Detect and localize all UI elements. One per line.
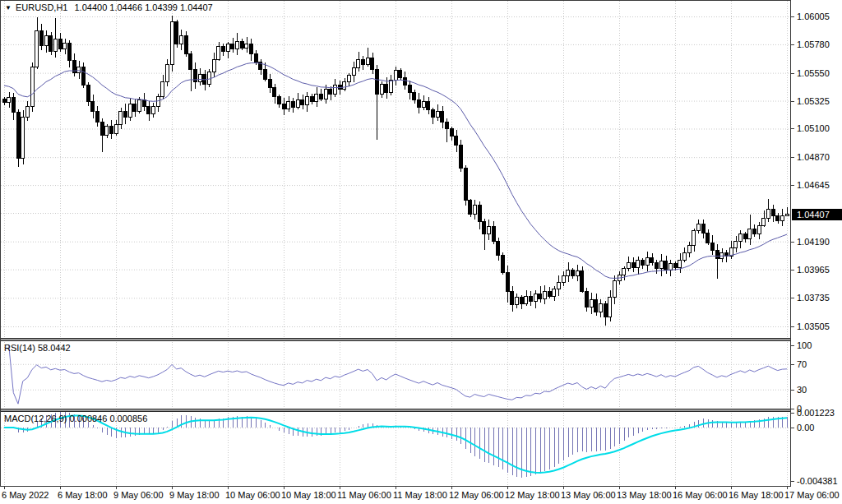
candle-body bbox=[715, 250, 719, 259]
symbol-dropdown-icon[interactable]: ▼ bbox=[5, 4, 12, 12]
candle-body bbox=[352, 68, 355, 76]
candle-body bbox=[273, 88, 276, 97]
candle-body bbox=[343, 81, 346, 89]
axis-tick bbox=[116, 487, 117, 489]
candle-body bbox=[557, 282, 560, 289]
candle-body bbox=[710, 243, 714, 250]
time-tick-label: 11 May 18:00 bbox=[393, 490, 447, 500]
candle-body bbox=[478, 206, 481, 222]
candle-body bbox=[221, 47, 224, 52]
candle-body bbox=[35, 30, 39, 67]
candle-body bbox=[268, 79, 271, 88]
macd-tick-label: 0.00 bbox=[797, 423, 814, 432]
time-tick-label: 16 May 18:00 bbox=[729, 490, 784, 500]
candle-body bbox=[2, 99, 6, 103]
candle-body bbox=[25, 106, 29, 118]
candle-body bbox=[296, 100, 299, 108]
candle-body bbox=[254, 54, 257, 62]
time-tick-label: 9 May 18:00 bbox=[169, 490, 220, 500]
axis-tick bbox=[791, 73, 794, 74]
left-border bbox=[0, 0, 1, 487]
candle-body bbox=[632, 262, 635, 267]
candle-body bbox=[399, 71, 402, 78]
time-axis[interactable]: 6 May 20226 May 18:009 May 06:009 May 18… bbox=[0, 487, 842, 504]
axis-tick bbox=[791, 390, 794, 391]
axis-tick bbox=[731, 487, 732, 489]
candle-body bbox=[678, 260, 682, 267]
axis-tick bbox=[791, 428, 794, 428]
candle-body bbox=[277, 96, 280, 104]
candle-body bbox=[701, 224, 705, 234]
current-price-box: 1.04407 bbox=[792, 209, 842, 220]
axis-tick bbox=[563, 487, 564, 489]
rsi-canvas[interactable] bbox=[0, 341, 790, 409]
candle-body bbox=[734, 242, 738, 248]
candle-body bbox=[389, 81, 392, 93]
price-tick-label: 1.05780 bbox=[797, 39, 830, 49]
candle-body bbox=[576, 271, 579, 276]
candle-body bbox=[553, 289, 556, 296]
price-tick-label: 1.05325 bbox=[797, 96, 830, 106]
candle-body bbox=[762, 218, 766, 225]
axis-tick bbox=[791, 44, 794, 45]
price-axis[interactable]: 1.04407 1.060051.057801.055501.053251.05… bbox=[791, 0, 842, 487]
candle-body bbox=[151, 106, 155, 113]
candle-body bbox=[147, 106, 150, 113]
macd-panel[interactable]: MACD(12,26,9) 0.000846 0.000856 bbox=[0, 412, 790, 486]
candle-body bbox=[259, 62, 262, 69]
candle-body bbox=[114, 125, 118, 134]
axis-tick bbox=[60, 487, 61, 489]
candle-body bbox=[310, 96, 313, 101]
candle-body bbox=[501, 255, 504, 272]
candle-body bbox=[207, 72, 210, 84]
candle-body bbox=[235, 42, 238, 49]
top-border bbox=[0, 0, 842, 1]
candle-body bbox=[81, 67, 85, 86]
candle-body bbox=[492, 227, 495, 242]
candle-body bbox=[581, 271, 584, 291]
candle-body bbox=[539, 294, 542, 298]
candle-body bbox=[748, 229, 752, 239]
time-tick-label: 17 May 06:00 bbox=[784, 490, 840, 500]
chart-title: ▼EURUSD,H11.04400 1.04466 1.04399 1.0440… bbox=[5, 2, 213, 12]
candle-body bbox=[413, 93, 416, 100]
candle-body bbox=[417, 100, 420, 108]
macd-tick-label: -0.004381 bbox=[797, 476, 838, 486]
time-tick-label: 9 May 06:00 bbox=[113, 490, 164, 500]
time-tick-label: 12 May 18:00 bbox=[505, 490, 560, 500]
candle-body bbox=[506, 272, 509, 291]
macd-tick-label: 0.001223 bbox=[797, 408, 835, 418]
candle-body bbox=[16, 113, 20, 159]
candle-body bbox=[673, 264, 677, 268]
candle-body bbox=[604, 303, 607, 317]
candle-body bbox=[622, 269, 626, 275]
price-tick-label: 1.03965 bbox=[797, 265, 830, 275]
candle-body bbox=[77, 67, 81, 73]
candle-body bbox=[198, 74, 201, 81]
candle-body bbox=[706, 233, 710, 243]
main-chart-panel[interactable]: ▼EURUSD,H11.04400 1.04466 1.04399 1.0440… bbox=[0, 0, 790, 338]
axis-tick bbox=[228, 487, 229, 489]
candle-body bbox=[44, 35, 48, 45]
candle-body bbox=[58, 39, 62, 49]
time-tick-label: 6 May 2022 bbox=[2, 490, 49, 500]
candle-body bbox=[137, 100, 141, 112]
rsi-panel[interactable]: RSI(14) 58.0442 bbox=[0, 341, 790, 409]
candle-body bbox=[529, 296, 532, 301]
candle-body bbox=[329, 89, 332, 94]
candle-body bbox=[385, 84, 388, 93]
candle-body bbox=[305, 96, 308, 105]
candle-body bbox=[105, 126, 109, 135]
axis-tick bbox=[619, 487, 620, 489]
time-tick-label: 10 May 18:00 bbox=[281, 490, 336, 500]
main-chart-canvas[interactable] bbox=[0, 0, 790, 338]
price-tick-label: 1.03735 bbox=[797, 293, 830, 303]
candle-body bbox=[641, 260, 644, 265]
price-tick-label: 1.04645 bbox=[797, 180, 830, 190]
candle-body bbox=[766, 209, 770, 218]
rsi-tick-label: 100 bbox=[797, 340, 812, 350]
candle-body bbox=[469, 201, 472, 215]
candle-body bbox=[39, 30, 43, 45]
candle-body bbox=[366, 58, 369, 65]
price-tick-label: 1.04870 bbox=[797, 152, 830, 162]
